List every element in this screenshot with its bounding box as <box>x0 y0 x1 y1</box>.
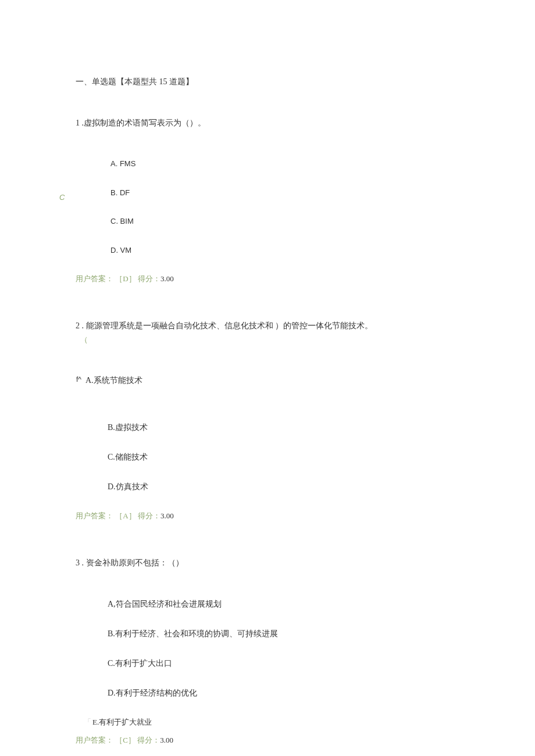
q2-option-d: D.仿真技术 <box>108 481 459 493</box>
q1-option-d: D. VM <box>110 245 459 256</box>
q2-option-b: B.虚拟技术 <box>108 421 459 433</box>
q1-answer-value: ［D］ <box>115 274 135 283</box>
q1-option-b: B. DF <box>110 187 459 199</box>
q3-answer: 用户答案： ［C］ 得分：3.00 <box>76 734 459 746</box>
question-1: 1 .虚拟制造的术语简写表示为（）。 C A. FMS B. DF C. BIM… <box>76 117 459 285</box>
q3-score-label: 得分： <box>137 736 160 744</box>
q2-paren: （ <box>80 334 459 346</box>
q3-answer-prefix: 用户答案： <box>76 736 113 744</box>
q3-option-c: C.有利于扩大出口 <box>108 657 459 669</box>
q3-option-a: A,符合国民经济和社会进展规划 <box>108 598 459 610</box>
q2-number: 2 <box>76 321 80 330</box>
q1-score-label: 得分： <box>138 274 160 283</box>
q1-number: 1 <box>76 119 80 127</box>
q2-options: f^ A.系统节能技术 B.虚拟技术 C.储能技术 D.仿真技术 <box>108 374 459 493</box>
q3-option-b: B.有利于经济、社会和环境的协调、可持续进展 <box>108 628 459 640</box>
q2-answer-value: ［A］ <box>115 511 135 520</box>
q3-option-d: D.有利于经济结构的优化 <box>108 687 459 699</box>
q3-e-bracket: 「 <box>84 718 91 726</box>
q1-text: 1 .虚拟制造的术语简写表示为（）。 <box>76 117 459 129</box>
q3-option-e-line: 「E.有利于扩大就业 <box>84 716 459 728</box>
section-title: 一、单选题【本题型共 15 道题】 <box>76 76 459 88</box>
q1-options: A. FMS B. DF C. BIM D. VM <box>110 158 459 256</box>
q2-score: 3.00 <box>160 511 174 520</box>
q2-answer-prefix: 用户答案： <box>76 511 113 520</box>
question-3: 3 . 资金补助原则不包括：（） A,符合国民经济和社会进展规划 B.有利于经济… <box>76 557 459 746</box>
q1-option-c: C. BIM <box>110 216 459 227</box>
q3-body: . 资金补助原则不包括：（） <box>80 558 184 567</box>
q3-options: A,符合国民经济和社会进展规划 B.有利于经济、社会和环境的协调、可持续进展 C… <box>108 598 459 699</box>
q1-answer-prefix: 用户答案： <box>76 274 113 283</box>
q2-body: . 能源管理系统是一项融合自动化技术、信息化技术和 ）的管控一体化节能技术。 <box>80 321 373 330</box>
q2-option-c: C.储能技术 <box>108 451 459 463</box>
question-2: 2 . 能源管理系统是一项融合自动化技术、信息化技术和 ）的管控一体化节能技术。… <box>76 320 459 522</box>
q2-score-label: 得分： <box>138 511 160 520</box>
q2-text: 2 . 能源管理系统是一项融合自动化技术、信息化技术和 ）的管控一体化节能技术。 <box>76 320 459 332</box>
q1-answer: 用户答案： ［D］ 得分：3.00 <box>76 273 459 285</box>
q3-score: 3.00 <box>160 736 173 744</box>
q1-option-a: A. FMS <box>110 158 459 170</box>
q2-a-prefix: f^ <box>76 374 81 385</box>
q3-number: 3 <box>76 558 80 567</box>
q1-marker: C <box>59 192 65 203</box>
q2-answer: 用户答案： ［A］ 得分：3.00 <box>76 510 459 522</box>
q3-text: 3 . 资金补助原则不包括：（） <box>76 557 459 569</box>
q3-answer-value: ［C］ <box>115 736 135 744</box>
q1-body: .虚拟制造的术语简写表示为（）。 <box>80 119 206 127</box>
q3-option-e: E.有利于扩大就业 <box>92 718 152 726</box>
q2-option-a: A.系统节能技术 <box>85 374 142 386</box>
q1-score: 3.00 <box>160 274 174 283</box>
